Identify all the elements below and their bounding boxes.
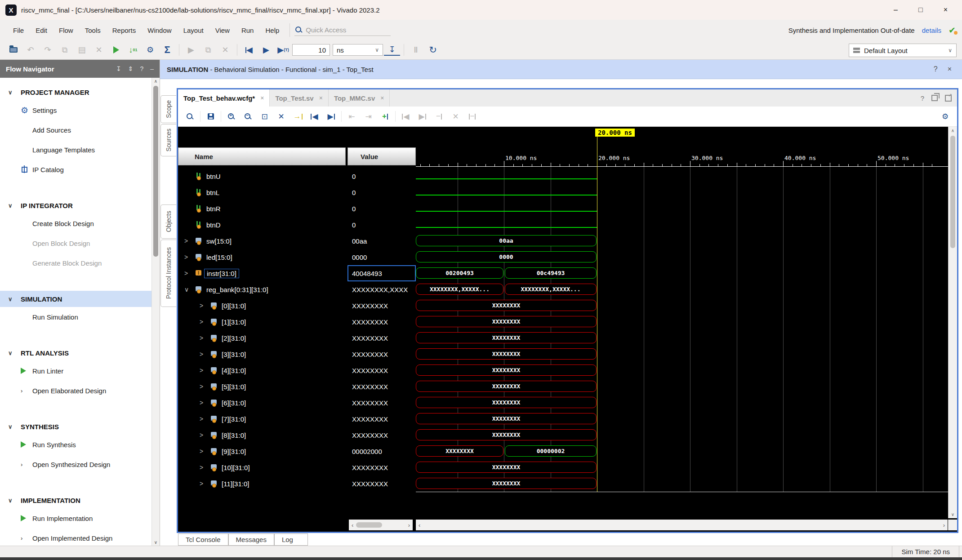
zoom-to-cursor-icon[interactable]: ✕ [273, 109, 289, 124]
wave-row-sw150[interactable]: 00aa [416, 233, 948, 249]
tree-collapsed-icon[interactable]: > [200, 383, 210, 390]
menu-file[interactable]: File [7, 24, 30, 36]
zoom-fit-icon[interactable]: ⊡ [256, 109, 273, 124]
save-wave-config-icon[interactable] [202, 109, 219, 124]
wave-horizontal-scrollbar[interactable]: ‹ › [416, 520, 948, 530]
menu-window[interactable]: Window [142, 24, 177, 36]
side-tab-sources[interactable]: Sources [160, 124, 176, 156]
menu-flow[interactable]: Flow [53, 24, 79, 36]
signal-value-sw150[interactable]: 00aa [347, 233, 416, 249]
cancel-disabled-icon[interactable]: ✕ [217, 43, 233, 57]
signal-value-led150[interactable]: 0000 [347, 249, 416, 265]
sidebar-item-open-block-design[interactable]: Open Block Design [0, 233, 151, 253]
signal-row-9310[interactable]: >[9][31:0] [178, 443, 346, 459]
tree-collapsed-icon[interactable]: > [200, 367, 210, 374]
tree-collapsed-icon[interactable]: > [200, 334, 210, 342]
previous-marker-icon[interactable]: ◀ [397, 109, 414, 124]
sim-time-input[interactable]: 10 [292, 44, 330, 56]
scroll-left-icon[interactable]: ‹ [416, 522, 423, 529]
menu-tools[interactable]: Tools [79, 24, 107, 36]
settings-gear-icon[interactable]: ⚙ [142, 43, 158, 57]
wave-row-6310[interactable]: XXXXXXXX [416, 395, 948, 411]
tab-close-icon[interactable]: × [319, 94, 323, 102]
add-marker-icon[interactable]: + [377, 109, 393, 124]
wave-row-10310[interactable]: XXXXXXXX [416, 459, 948, 476]
signal-value-btnU[interactable]: 0 [347, 168, 416, 184]
tree-collapsed-icon[interactable]: > [200, 318, 210, 325]
menu-view[interactable]: View [209, 24, 236, 36]
signal-row-7310[interactable]: >[7][31:0] [178, 411, 346, 427]
details-link[interactable]: details [922, 27, 941, 34]
signal-row-btnU[interactable]: btnU [178, 168, 346, 184]
wave-row-3310[interactable]: XXXXXXXX [416, 346, 948, 362]
tree-collapsed-icon[interactable]: > [200, 351, 210, 358]
signal-row-10310[interactable]: >[10][31:0] [178, 459, 346, 476]
next-transition-icon[interactable]: ▶ [323, 109, 339, 124]
tab-top-test-sv[interactable]: Top_Test.sv× [270, 89, 329, 107]
signal-value-1310[interactable]: XXXXXXXX [347, 314, 416, 330]
tree-collapsed-icon[interactable]: > [200, 302, 210, 309]
wave-row-btnU[interactable] [416, 168, 948, 184]
wave-row-8310[interactable]: XXXXXXXX [416, 427, 948, 443]
tree-collapsed-icon[interactable]: > [200, 464, 210, 471]
tab-close-icon[interactable]: × [260, 94, 264, 102]
wave-row-led150[interactable]: 0000 [416, 249, 948, 265]
ungroup-icon[interactable]: ⇥ [360, 109, 377, 124]
run-icon[interactable] [108, 43, 124, 57]
panel-close-icon[interactable]: × [948, 65, 952, 73]
signal-row-3310[interactable]: >[3][31:0] [178, 346, 346, 362]
signal-value-0310[interactable]: XXXXXXXX [347, 298, 416, 314]
tree-collapsed-icon[interactable]: > [200, 448, 210, 455]
wave-row-4310[interactable]: XXXXXXXX [416, 362, 948, 378]
scroll-down-icon[interactable]: ∨ [951, 512, 954, 517]
tree-collapsed-icon[interactable]: > [200, 399, 210, 406]
time-cursor[interactable] [597, 129, 597, 492]
undo-icon[interactable]: ↶ [22, 43, 39, 57]
paste-icon[interactable]: ▤ [74, 43, 90, 57]
signal-value-instr310[interactable]: 40048493 [347, 265, 416, 281]
quick-access-search[interactable]: Quick Access [294, 24, 391, 36]
signal-row-2310[interactable]: >[2][31:0] [178, 330, 346, 346]
redo-icon[interactable]: ↷ [40, 43, 56, 57]
sidebar-item-settings[interactable]: ⚙Settings [0, 100, 151, 120]
delete-all-markers-icon[interactable]: ✕ [447, 109, 464, 124]
tree-collapsed-icon[interactable]: > [184, 237, 195, 244]
next-marker-icon[interactable]: ▶ [414, 109, 431, 124]
scroll-up-icon[interactable]: ∧ [951, 128, 954, 133]
wave-row-7310[interactable]: XXXXXXXX [416, 411, 948, 427]
tab-help-icon[interactable]: ? [921, 94, 924, 102]
sidebar-item-run-simulation[interactable]: Run Simulation [0, 307, 151, 327]
sidebar-section-ip-integrator[interactable]: ∨IP INTEGRATOR [0, 197, 151, 213]
tree-collapsed-icon[interactable]: > [184, 270, 195, 277]
menu-help[interactable]: Help [259, 24, 285, 36]
side-tab-objects[interactable]: Objects [160, 204, 176, 239]
wave-row-regbank031310[interactable]: XXXXXXXX,XXXXX...XXXXXXXX,XXXXX... [416, 281, 948, 298]
scrollbar-thumb[interactable] [356, 522, 382, 528]
scrollbar-thumb[interactable] [950, 136, 955, 248]
wave-row-btnR[interactable] [416, 200, 948, 217]
sidebar-section-project-manager[interactable]: ∨PROJECT MANAGER [0, 84, 151, 100]
sidebar-section-simulation[interactable]: ∨SIMULATION [0, 291, 151, 307]
wave-row-btnD[interactable] [416, 217, 948, 233]
sidebar-section-synthesis[interactable]: ∨SYNTHESIS [0, 418, 151, 435]
wave-row-11310[interactable]: XXXXXXXX [416, 476, 948, 492]
close-icon[interactable]: × [944, 6, 948, 14]
signal-value-9310[interactable]: 00002000 [347, 443, 416, 459]
program-device-icon[interactable]: ↓01 [125, 43, 141, 57]
link-disabled-icon[interactable]: ⧉ [200, 43, 216, 57]
collapse-all-icon[interactable]: ↧ [116, 65, 121, 72]
sidebar-item-run-linter[interactable]: Run Linter [0, 361, 151, 381]
sidebar-item-open-synthesized-design[interactable]: ›Open Synthesized Design [0, 454, 151, 474]
console-tab-tcl-console[interactable]: Tcl Console [178, 533, 228, 546]
side-tab-scope[interactable]: Scope [160, 95, 176, 123]
signal-row-6310[interactable]: >[6][31:0] [178, 395, 346, 411]
signal-row-8310[interactable]: >[8][31:0] [178, 427, 346, 443]
menu-run[interactable]: Run [236, 24, 260, 36]
zoom-in-icon[interactable]: + [223, 109, 240, 124]
wave-vertical-scrollbar[interactable]: ∧ ∨ [948, 127, 957, 518]
signal-row-0310[interactable]: >[0][31:0] [178, 298, 346, 314]
signal-value-btnR[interactable]: 0 [347, 200, 416, 217]
wave-row-btnL[interactable] [416, 184, 948, 200]
name-horizontal-scrollbar[interactable]: ‹ › [349, 520, 413, 530]
wave-row-5310[interactable]: XXXXXXXX [416, 378, 948, 395]
